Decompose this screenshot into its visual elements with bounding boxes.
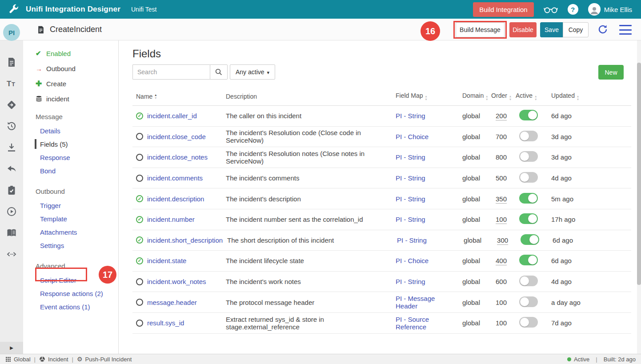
col-field-map[interactable]: Field Map — [391, 92, 458, 101]
search-button[interactable] — [210, 64, 228, 80]
active-toggle[interactable] — [519, 110, 538, 120]
field-order[interactable]: 200 — [491, 112, 511, 120]
scope-item[interactable]: Global — [5, 356, 31, 363]
nav-item-trigger[interactable]: Trigger — [23, 199, 118, 212]
document-rail-icon[interactable] — [6, 57, 17, 68]
active-toggle[interactable] — [519, 151, 538, 162]
field-order[interactable]: 600 — [491, 278, 511, 285]
field-name-link[interactable]: incident.number — [147, 216, 195, 223]
col-domain[interactable]: Domain — [458, 92, 491, 101]
field-description: The incident number sent as the correlat… — [221, 216, 391, 223]
field-name-link[interactable]: incident.close_notes — [147, 153, 208, 161]
field-name-link[interactable]: incident.work_notes — [147, 278, 206, 285]
field-order[interactable]: 800 — [491, 153, 511, 161]
refresh-icon[interactable] — [597, 24, 609, 36]
active-filter-dropdown[interactable]: Any active — [230, 64, 275, 80]
task-check-icon[interactable] — [6, 185, 17, 196]
table-row: incident.work_notes The incident's work … — [132, 272, 631, 292]
active-toggle[interactable] — [519, 296, 538, 307]
active-toggle[interactable] — [519, 213, 538, 224]
scrollbar-thumb[interactable] — [637, 63, 641, 285]
nav-enabled[interactable]: ✔ Enabled — [23, 46, 118, 61]
active-toggle[interactable] — [519, 131, 538, 141]
active-toggle[interactable] — [519, 276, 538, 286]
nav-direction[interactable]: → Outbound — [23, 61, 118, 76]
field-order[interactable]: 100 — [491, 319, 511, 327]
icon-rail: T T — [0, 19, 23, 342]
active-toggle[interactable] — [519, 255, 538, 265]
field-map-link[interactable]: PI - String — [391, 216, 458, 223]
field-map-link[interactable]: PI - Choice — [391, 133, 458, 140]
nav-item-response-actions[interactable]: Response actions (2) — [23, 287, 118, 300]
field-map-link[interactable]: PI - Source Reference — [391, 316, 458, 331]
copy-button[interactable]: Copy — [563, 22, 589, 37]
field-map-link[interactable]: PI - String — [391, 174, 458, 182]
nav-item-bond[interactable]: Bond — [23, 164, 118, 177]
nav-item-fields[interactable]: Fields (5) — [23, 137, 118, 151]
active-toggle[interactable] — [521, 234, 539, 245]
undo-icon[interactable] — [6, 164, 17, 174]
scrollbar-track[interactable] — [637, 40, 641, 354]
field-map-link[interactable]: PI - String — [393, 236, 459, 244]
text-fields-icon[interactable]: T T — [6, 78, 17, 89]
field-description: The incident's description — [221, 195, 391, 203]
play-icon[interactable] — [6, 206, 17, 217]
field-name-link[interactable]: result.sys_id — [147, 319, 184, 327]
field-name-link[interactable]: message.header — [147, 299, 197, 306]
disable-button[interactable]: Disable — [509, 22, 537, 37]
field-order[interactable]: 700 — [491, 133, 511, 140]
field-order[interactable]: 500 — [491, 174, 511, 182]
field-order[interactable]: 300 — [493, 236, 513, 244]
build-message-button[interactable]: Build Message — [456, 22, 505, 37]
process-item[interactable]: ⚙ Push-Pull Incident — [77, 356, 132, 363]
field-order[interactable]: 350 — [491, 195, 511, 203]
field-name-link[interactable]: incident.state — [147, 257, 186, 264]
documentation-book-icon[interactable] — [6, 228, 17, 238]
build-integration-button[interactable]: Build Integration — [473, 2, 533, 17]
field-order[interactable]: 100 — [491, 216, 511, 223]
nav-table[interactable]: incident — [23, 91, 118, 106]
field-map-link[interactable]: PI - String — [391, 278, 458, 285]
code-icon[interactable] — [6, 249, 17, 260]
col-updated[interactable]: Updated — [547, 92, 631, 101]
active-toggle[interactable] — [519, 172, 538, 183]
help-icon[interactable]: ? — [568, 4, 578, 15]
download-icon[interactable] — [6, 142, 17, 153]
col-active[interactable]: Active — [511, 92, 547, 101]
nav-item-settings[interactable]: Settings — [23, 239, 118, 252]
field-map-link[interactable]: PI - String — [391, 112, 458, 120]
new-field-button[interactable]: New — [598, 65, 624, 80]
user-menu[interactable]: Mike Ellis — [588, 3, 632, 16]
rail-expand-toggle[interactable] — [0, 342, 23, 354]
active-toggle[interactable] — [519, 193, 538, 204]
nav-type[interactable]: ✚ Create — [23, 76, 118, 91]
field-name-link[interactable]: incident.close_code — [147, 133, 206, 140]
field-map-link[interactable]: PI - String — [391, 153, 458, 161]
nav-item-template[interactable]: Template — [23, 212, 118, 225]
field-map-link[interactable]: PI - String — [391, 195, 458, 203]
app-item[interactable]: Incident — [39, 356, 68, 363]
field-map-link[interactable]: PI - Message Header — [391, 295, 458, 310]
nav-item-response[interactable]: Response — [23, 151, 118, 164]
field-order[interactable]: 100 — [491, 299, 511, 306]
col-description[interactable]: Description — [221, 93, 391, 100]
field-map-link[interactable]: PI - Choice — [391, 257, 458, 264]
col-name[interactable]: Name — [132, 93, 221, 100]
nav-item-event-actions[interactable]: Event actions (1) — [23, 300, 118, 313]
glasses-icon[interactable] — [544, 4, 558, 14]
field-name-link[interactable]: incident.short_description — [147, 236, 223, 244]
field-name-link[interactable]: incident.description — [147, 195, 204, 203]
field-order[interactable]: 400 — [491, 257, 511, 264]
col-order[interactable]: Order — [491, 92, 511, 101]
field-name-link[interactable]: incident.comments — [147, 174, 203, 182]
search-input[interactable] — [132, 64, 210, 80]
nav-item-details[interactable]: Details — [23, 124, 118, 137]
save-button[interactable]: Save — [540, 22, 563, 37]
history-icon[interactable] — [6, 121, 17, 132]
field-domain: global — [458, 195, 491, 203]
send-message-icon[interactable] — [6, 100, 17, 110]
hamburger-menu-icon[interactable] — [619, 25, 632, 35]
field-name-link[interactable]: incident.caller_id — [147, 112, 197, 120]
nav-item-attachments[interactable]: Attachments — [23, 225, 118, 239]
active-toggle[interactable] — [519, 317, 538, 328]
